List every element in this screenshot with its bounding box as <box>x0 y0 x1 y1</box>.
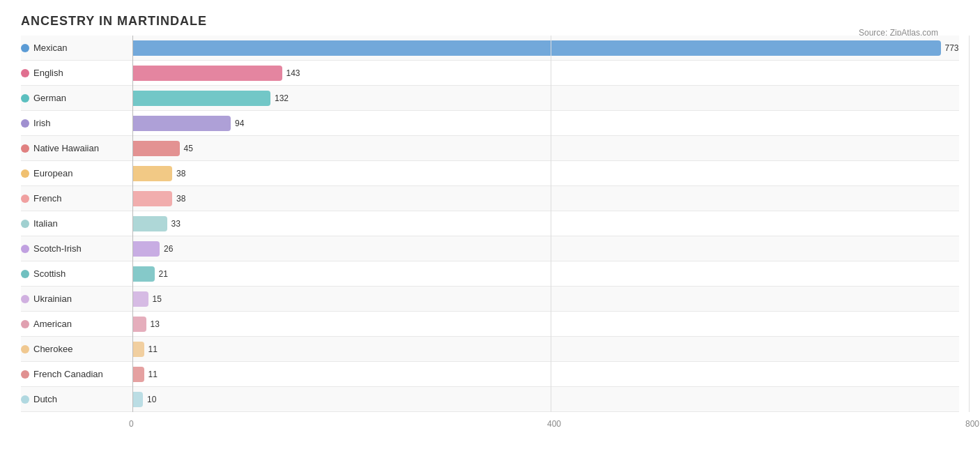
bar-value-label: 143 <box>286 68 300 78</box>
bar-value-label: 33 <box>171 219 181 229</box>
bar-container: 45 <box>132 141 959 156</box>
bar-container: 26 <box>132 241 959 257</box>
bar-fill <box>132 317 146 332</box>
bar-row: German132 <box>21 86 959 111</box>
chart-title: ANCESTRY IN MARTINDALE <box>21 14 959 29</box>
bar-container: 11 <box>132 367 959 382</box>
bar-value-label: 15 <box>153 294 162 304</box>
bar-label-text: Irish <box>33 118 51 128</box>
bar-value-label: 11 <box>148 370 158 379</box>
bar-row: Italian33 <box>21 211 959 236</box>
bar-label: Irish <box>21 118 132 128</box>
bar-value-label: 773 <box>945 43 959 53</box>
bar-fill <box>132 241 160 257</box>
bar-container: 10 <box>132 392 959 407</box>
bar-label: French <box>21 193 132 204</box>
x-axis-tick: 400 <box>547 419 561 429</box>
bar-row: European38 <box>21 161 959 186</box>
bar-label: Scottish <box>21 268 132 279</box>
bar-label: Native Hawaiian <box>21 143 132 153</box>
bar-dot <box>21 169 29 178</box>
bar-value-label: 26 <box>164 244 173 254</box>
bar-row: French Canadian11 <box>21 362 959 387</box>
bar-value-label: 38 <box>176 194 185 204</box>
bar-dot <box>21 195 29 203</box>
bar-value-label: 13 <box>151 319 160 329</box>
bar-row: Mexican773 <box>21 36 959 61</box>
bar-fill <box>132 291 148 307</box>
bar-container: 94 <box>132 116 959 131</box>
bar-label: Italian <box>21 218 132 229</box>
bar-fill <box>132 141 180 156</box>
bar-label-text: Italian <box>33 218 58 229</box>
bar-row: Scottish21 <box>21 261 959 287</box>
bar-label: Dutch <box>21 394 132 404</box>
bar-dot <box>21 245 29 253</box>
bar-label: German <box>21 93 132 103</box>
bar-label-text: Scotch-Irish <box>33 243 82 254</box>
bar-label: European <box>21 168 132 178</box>
bar-dot <box>21 69 29 77</box>
bar-fill <box>132 367 144 382</box>
bar-fill <box>132 216 167 231</box>
bar-fill <box>132 191 172 206</box>
bar-dot <box>21 295 29 303</box>
bar-dot <box>21 320 29 328</box>
bar-row: Scotch-Irish26 <box>21 236 959 261</box>
bar-label-text: European <box>33 168 72 178</box>
bar-row: American13 <box>21 312 959 337</box>
bar-label-text: German <box>33 93 66 103</box>
bar-label-text: French <box>33 193 61 204</box>
bar-container: 11 <box>132 342 959 357</box>
bar-row: Dutch10 <box>21 387 959 412</box>
bar-label: English <box>21 68 132 78</box>
bar-row: French38 <box>21 186 959 211</box>
bar-label: French Canadian <box>21 369 132 379</box>
bar-dot <box>21 395 29 404</box>
bar-label: American <box>21 319 132 329</box>
bar-label-text: American <box>33 319 72 329</box>
bar-value-label: 10 <box>147 395 156 404</box>
bar-container: 143 <box>132 66 959 81</box>
bar-label-text: French Canadian <box>33 369 103 379</box>
bar-row: Ukrainian15 <box>21 287 959 312</box>
bar-label-text: Dutch <box>33 394 57 404</box>
bar-dot <box>21 345 29 353</box>
bar-container: 33 <box>132 216 959 231</box>
bar-container: 15 <box>132 291 959 307</box>
bar-label: Mexican <box>21 43 132 53</box>
bar-value-label: 21 <box>159 269 168 279</box>
bar-container: 38 <box>132 191 959 206</box>
bar-dot <box>21 270 29 278</box>
bar-fill <box>132 166 172 181</box>
bar-label: Scotch-Irish <box>21 243 132 254</box>
bar-label: Cherokee <box>21 344 132 354</box>
bar-label-text: Native Hawaiian <box>33 143 99 153</box>
bar-dot <box>21 94 29 102</box>
bar-dot <box>21 44 29 52</box>
bar-label-text: Mexican <box>33 43 67 53</box>
bar-dot <box>21 370 29 379</box>
bar-fill <box>132 91 270 106</box>
bar-container: 13 <box>132 317 959 332</box>
x-axis: 0400800 <box>132 415 969 429</box>
bar-value-label: 94 <box>235 119 244 128</box>
bar-label-text: Scottish <box>33 268 66 279</box>
bar-label-text: Ukrainian <box>33 294 72 304</box>
bar-row: English143 <box>21 61 959 86</box>
bar-value-label: 11 <box>148 344 158 354</box>
bar-dot <box>21 144 29 153</box>
bar-value-label: 38 <box>176 169 185 178</box>
bar-dot <box>21 119 29 128</box>
bar-fill <box>132 342 144 357</box>
bar-fill <box>132 40 941 56</box>
bar-container: 132 <box>132 91 959 106</box>
bar-row: Native Hawaiian45 <box>21 136 959 161</box>
bar-label-text: Cherokee <box>33 344 72 354</box>
bar-label: Ukrainian <box>21 294 132 304</box>
bar-container: 773 <box>132 40 959 56</box>
bar-value-label: 45 <box>184 144 193 153</box>
bar-container: 21 <box>132 266 959 282</box>
bar-row: Irish94 <box>21 111 959 136</box>
bar-fill <box>132 66 282 81</box>
